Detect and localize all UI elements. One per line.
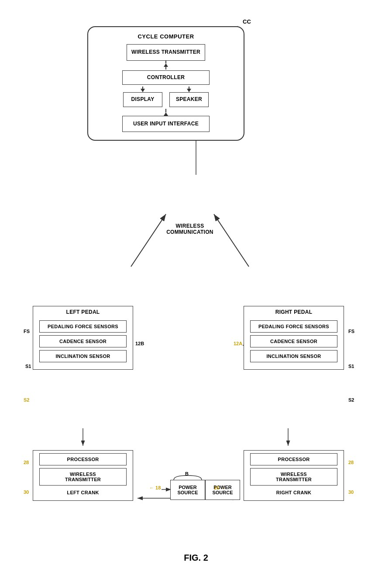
left-inclination-label: INCLINATION SENSOR — [56, 354, 110, 359]
label-12a: 12A — [234, 341, 242, 346]
left-crank-title: LEFT CRANK — [33, 488, 133, 497]
speaker-label: SPEAKER — [176, 96, 202, 102]
label-18: ← 18 — [149, 485, 161, 490]
left-pedal-title: LEFT PEDAL — [33, 306, 133, 318]
left-pedal-section: LEFT PEDAL PEDALING FORCE SENSORS CADENC… — [33, 306, 133, 370]
right-pedaling-force-label: PEDALING FORCE SENSORS — [258, 324, 329, 329]
cycle-computer-label: CYCLE COMPUTER — [97, 33, 235, 40]
label-12b: 12B — [135, 341, 144, 346]
display-block: DISPLAY — [123, 92, 162, 107]
left-cadence-label: CADENCE SENSOR — [59, 339, 107, 344]
right-inclination-label: INCLINATION SENSOR — [267, 354, 321, 359]
right-crank-title: RIGHT CRANK — [244, 488, 344, 497]
right-28-label: 28 — [348, 460, 354, 465]
left-pedaling-force-sensors: PEDALING FORCE SENSORS — [39, 320, 127, 333]
cycle-computer-box: CYCLE COMPUTER WIRELESS TRANSMITTER CONT… — [87, 26, 244, 141]
display-label: DISPLAY — [131, 96, 154, 102]
right-crank-section: PROCESSOR WIRELESSTRANSMITTER RIGHT CRAN… — [244, 450, 344, 501]
left-28-label: 28 — [24, 460, 29, 465]
wireless-communication-label: WIRELESS COMMUNICATION — [157, 223, 223, 235]
controller-label: CONTROLLER — [147, 74, 185, 80]
right-wireless-transmitter-block: WIRELESSTRANSMITTER — [250, 468, 337, 486]
right-cadence-sensor: CADENCE SENSOR — [250, 335, 337, 347]
controller-block: CONTROLLER — [122, 70, 210, 85]
left-inclination-sensor: INCLINATION SENSOR — [39, 350, 127, 362]
left-wireless-transmitter-block: WIRELESSTRANSMITTER — [39, 468, 127, 486]
right-s2-label: S2 — [348, 397, 354, 403]
power-source-left: POWERSOURCE — [170, 480, 205, 500]
cc-label: CC — [243, 18, 251, 25]
right-inclination-sensor: INCLINATION SENSOR — [250, 350, 337, 362]
right-pedal-title: RIGHT PEDAL — [244, 306, 344, 318]
left-s2-label: S2 — [24, 397, 29, 403]
right-s1-label: S1 — [348, 364, 354, 369]
wireless-transmitter-block: WIRELESS TRANSMITTER — [127, 44, 205, 61]
right-cadence-label: CADENCE SENSOR — [270, 339, 317, 344]
left-processor-label: PROCESSOR — [67, 457, 99, 462]
label-16: 16 → — [214, 485, 225, 490]
right-processor-label: PROCESSOR — [278, 457, 310, 462]
left-crank-section: PROCESSOR WIRELESSTRANSMITTER LEFT CRANK — [33, 450, 133, 501]
right-fs-label: FS — [348, 329, 354, 334]
right-pedal-section: RIGHT PEDAL PEDALING FORCE SENSORS CADEN… — [244, 306, 344, 370]
figure-label: FIG. 2 — [0, 553, 392, 563]
left-30-label: 30 — [24, 489, 29, 495]
svg-line-8 — [131, 214, 166, 267]
svg-line-9 — [214, 214, 249, 267]
right-pedaling-force-sensors: PEDALING FORCE SENSORS — [250, 320, 337, 333]
right-30-label: 30 — [348, 489, 354, 495]
user-input-interface-block: USER INPUT INTERFACE — [122, 116, 210, 132]
power-sources: POWERSOURCE POWERSOURCE — [170, 480, 240, 500]
left-pedaling-force-label: PEDALING FORCE SENSORS — [48, 324, 118, 329]
right-processor-block: PROCESSOR — [250, 453, 337, 465]
speaker-block: SPEAKER — [169, 92, 209, 107]
left-processor-block: PROCESSOR — [39, 453, 127, 465]
left-cadence-sensor: CADENCE SENSOR — [39, 335, 127, 347]
left-s1-label: S1 — [25, 364, 31, 369]
label-b: B — [185, 471, 189, 476]
user-input-interface-label: USER INPUT INTERFACE — [133, 121, 199, 127]
wireless-transmitter-label: WIRELESS TRANSMITTER — [131, 49, 200, 55]
left-fs-label: FS — [24, 329, 30, 334]
